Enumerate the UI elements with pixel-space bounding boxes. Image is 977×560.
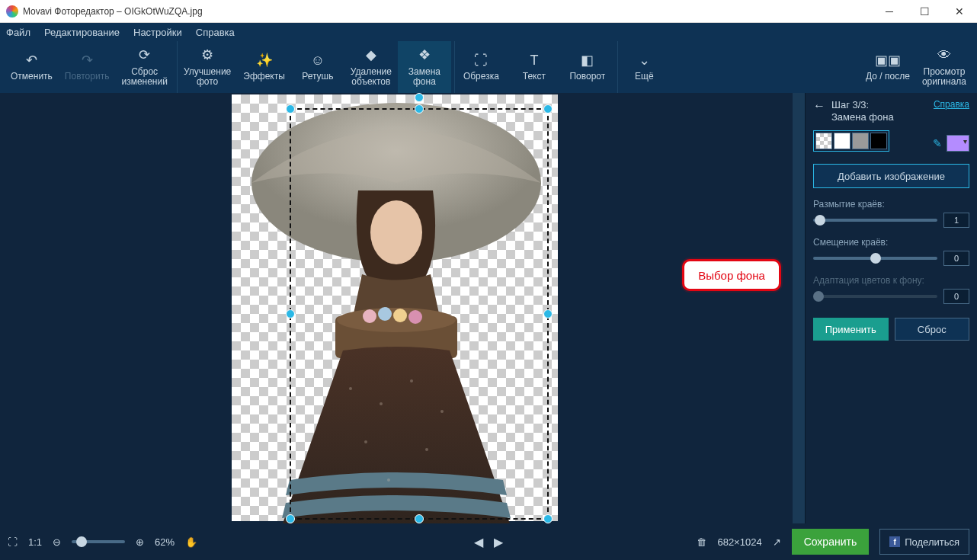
apply-button[interactable]: Применить bbox=[813, 318, 889, 341]
undo-icon: ↶ bbox=[26, 52, 37, 69]
resize-handle-sw[interactable] bbox=[286, 514, 295, 523]
canvas-scrollbar[interactable] bbox=[793, 93, 805, 523]
zoom-in-icon[interactable]: ⊕ bbox=[136, 536, 144, 548]
share-button[interactable]: fПоделиться bbox=[879, 529, 969, 555]
chevron-down-icon: ⌄ bbox=[639, 52, 650, 69]
shift-edges-slider[interactable] bbox=[813, 257, 937, 260]
crop-button[interactable]: ⛶Обрезка bbox=[454, 41, 508, 93]
zoom-out-icon[interactable]: ⊖ bbox=[53, 536, 61, 548]
canvas-area[interactable]: Выбор фона bbox=[0, 93, 793, 523]
color-adapt-value: 0 bbox=[943, 289, 969, 304]
window-minimize-button[interactable]: ─ bbox=[872, 0, 907, 23]
bg-swatch-gray[interactable] bbox=[852, 133, 869, 149]
sparkle-icon: ✨ bbox=[256, 52, 273, 69]
more-button[interactable]: ⌄Ещё bbox=[617, 41, 671, 93]
blur-edges-value[interactable]: 1 bbox=[943, 213, 969, 228]
menu-file[interactable]: Файл bbox=[6, 27, 30, 38]
reset-icon: ⟳ bbox=[139, 47, 150, 64]
add-image-button[interactable]: Добавить изображение bbox=[813, 164, 969, 188]
callout-bg-choice: Выбор фона bbox=[682, 259, 781, 291]
sliders-icon: ⚙ bbox=[201, 47, 213, 64]
prev-step-icon[interactable]: ◀ bbox=[474, 535, 483, 549]
menubar: Файл Редактирование Настройки Справка bbox=[0, 23, 977, 41]
external-link-icon[interactable]: ↗ bbox=[773, 536, 781, 548]
zoom-percent: 62% bbox=[155, 536, 175, 548]
menu-settings[interactable]: Настройки bbox=[133, 27, 182, 38]
redo-button[interactable]: ↷Повторить bbox=[59, 41, 116, 93]
shift-edges-label: Смещение краёв: bbox=[813, 237, 969, 248]
main-toolbar: ↶Отменить ↷Повторить ⟳Сброс изменений ⚙У… bbox=[0, 41, 977, 93]
fit-label[interactable]: 1:1 bbox=[28, 536, 42, 548]
reset-changes-button[interactable]: ⟳Сброс изменений bbox=[115, 41, 173, 93]
face-icon: ☺ bbox=[311, 52, 325, 69]
enhance-button[interactable]: ⚙Улучшение фото bbox=[177, 41, 237, 93]
crop-icon: ⛶ bbox=[474, 52, 488, 69]
app-logo-icon bbox=[6, 5, 18, 18]
selection-rect[interactable] bbox=[290, 108, 549, 520]
resize-handle-w[interactable] bbox=[286, 309, 295, 318]
panel-step-label: Шаг 3/3: bbox=[831, 99, 927, 111]
status-bar: ⛶ 1:1 ⊖ ⊕ 62% ✋ ◀ ▶ 🗑 682×1024 ↗ Сохрани… bbox=[0, 523, 977, 560]
erase-icon: ◆ bbox=[366, 47, 376, 64]
color-adapt-label: Адаптация цветов к фону: bbox=[813, 275, 969, 286]
bg-swatch-white[interactable] bbox=[834, 133, 850, 149]
text-icon: T bbox=[530, 52, 538, 69]
menu-edit[interactable]: Редактирование bbox=[44, 27, 120, 38]
undo-button[interactable]: ↶Отменить bbox=[5, 41, 59, 93]
eye-icon: 👁 bbox=[937, 47, 951, 64]
image-dimensions: 682×1024 bbox=[717, 536, 761, 548]
blur-edges-label: Размытие краёв: bbox=[813, 199, 969, 210]
view-original-button[interactable]: 👁Просмотр оригинала bbox=[916, 41, 972, 93]
resize-handle-n[interactable] bbox=[415, 104, 424, 114]
remove-objects-button[interactable]: ◆Удаление объектов bbox=[344, 41, 398, 93]
redo-icon: ↷ bbox=[82, 52, 93, 69]
right-panel: ← Шаг 3/3: Замена фона Справка ✎ Добавит… bbox=[805, 93, 977, 523]
bg-swatch-group bbox=[813, 130, 889, 152]
before-after-button[interactable]: ▣▣До / после bbox=[860, 41, 916, 93]
panel-help-link[interactable]: Справка bbox=[934, 99, 969, 110]
window-maximize-button[interactable]: ☐ bbox=[907, 0, 942, 23]
eyedropper-icon[interactable]: ✎ bbox=[933, 137, 942, 149]
bgswap-icon: ❖ bbox=[418, 47, 431, 64]
facebook-icon: f bbox=[889, 536, 900, 547]
blur-edges-slider[interactable] bbox=[813, 219, 937, 222]
resize-handle-se[interactable] bbox=[543, 514, 553, 523]
next-step-icon[interactable]: ▶ bbox=[494, 535, 503, 549]
effects-button[interactable]: ✨Эффекты bbox=[237, 41, 291, 93]
color-picker-button[interactable] bbox=[947, 135, 969, 152]
resize-handle-nw[interactable] bbox=[286, 104, 295, 114]
change-background-button[interactable]: ❖Замена фона bbox=[398, 41, 451, 93]
retouch-button[interactable]: ☺Ретушь bbox=[291, 41, 344, 93]
window-titlebar: Movavi Фоторедактор – OIGkOtWuZQA.jpg ─ … bbox=[0, 0, 977, 23]
bg-swatch-transparent[interactable] bbox=[815, 133, 832, 149]
panel-title: Замена фона bbox=[831, 111, 927, 123]
resize-handle-e[interactable] bbox=[543, 309, 553, 318]
menu-help[interactable]: Справка bbox=[196, 27, 235, 38]
rotate-handle[interactable] bbox=[415, 93, 424, 102]
window-close-button[interactable]: ✕ bbox=[942, 0, 977, 23]
hand-tool-icon[interactable]: ✋ bbox=[185, 536, 197, 548]
bg-swatch-black[interactable] bbox=[870, 133, 887, 149]
rotate-icon: ◧ bbox=[581, 52, 594, 69]
compare-icon: ▣▣ bbox=[875, 52, 901, 69]
delete-icon[interactable]: 🗑 bbox=[697, 536, 706, 548]
resize-handle-ne[interactable] bbox=[543, 104, 553, 114]
resize-handle-s[interactable] bbox=[415, 514, 424, 523]
text-button[interactable]: TТекст bbox=[508, 41, 561, 93]
shift-edges-value[interactable]: 0 bbox=[943, 251, 969, 266]
zoom-slider[interactable] bbox=[72, 540, 125, 543]
fullscreen-icon[interactable]: ⛶ bbox=[8, 536, 18, 548]
save-button[interactable]: Сохранить bbox=[792, 529, 870, 555]
panel-reset-button[interactable]: Сброс bbox=[895, 318, 970, 341]
color-adapt-slider bbox=[813, 295, 937, 298]
window-title: Movavi Фоторедактор – OIGkOtWuZQA.jpg bbox=[23, 6, 203, 17]
rotate-button[interactable]: ◧Поворот bbox=[561, 41, 614, 93]
panel-back-button[interactable]: ← bbox=[813, 99, 825, 113]
